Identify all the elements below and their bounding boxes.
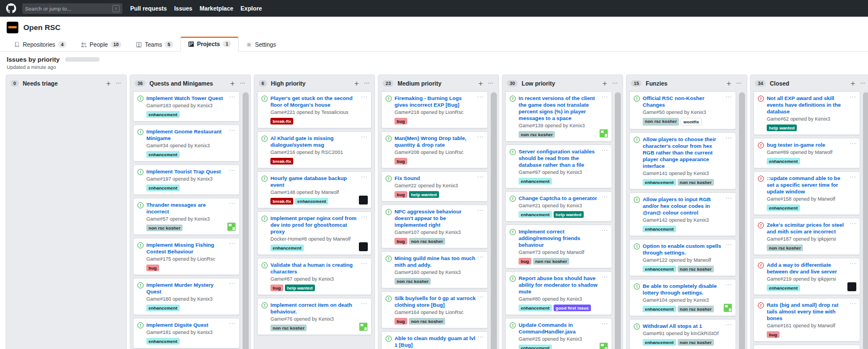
issue-label[interactable]: bug xyxy=(146,265,159,271)
tab-settings[interactable]: Settings xyxy=(239,38,283,52)
issue-title[interactable]: Implement correct adding/removing friend… xyxy=(519,228,608,248)
issue-card[interactable]: ! NPC aggressive behaviour doesn't appea… xyxy=(381,205,488,248)
issue-label[interactable]: bug xyxy=(767,331,780,338)
issue-label[interactable]: non rsc kosher xyxy=(409,238,445,245)
issue-title[interactable]: Able to clean muddy guam at lvl 1 [Bug] xyxy=(394,335,484,348)
column-menu-button[interactable]: ⋯ xyxy=(488,80,494,86)
card-menu-button[interactable]: ··· xyxy=(850,301,856,306)
issue-card[interactable]: ! Able to clean muddy guam at lvl 1 [Bug… xyxy=(381,331,488,349)
card-menu-button[interactable]: ··· xyxy=(726,195,732,201)
card-menu-button[interactable]: ··· xyxy=(229,321,236,326)
card-menu-button[interactable]: ··· xyxy=(726,282,732,287)
issue-card[interactable]: ! Players' names should be white, not ye… xyxy=(753,345,860,349)
issue-card[interactable]: ! Change Captcha to a generator Game#21 … xyxy=(505,191,612,222)
issue-label[interactable]: enhancement xyxy=(767,285,800,291)
tab-projects[interactable]: Projects 1 xyxy=(180,37,239,52)
issue-card[interactable]: ! Man(Men) Wrong Drop table, quantity & … xyxy=(381,131,488,168)
issue-card[interactable]: ! Add a way to differentiate between dev… xyxy=(753,258,860,295)
issue-title[interactable]: bug tester in-game role xyxy=(767,142,856,148)
assignee-avatar[interactable] xyxy=(359,196,368,205)
issue-label[interactable]: enhancement xyxy=(643,226,676,232)
issue-label[interactable]: non rsc kosher xyxy=(678,339,714,346)
card-menu-button[interactable]: ··· xyxy=(229,167,236,173)
column-menu-button[interactable]: ⋯ xyxy=(736,80,742,86)
assignee-avatar[interactable] xyxy=(359,242,368,251)
issue-title[interactable]: Not all EXP award and skill events have … xyxy=(767,95,856,115)
issue-card[interactable]: ! Al Kharid gate is missing dialogue/sys… xyxy=(257,131,372,168)
issue-label[interactable]: enhancement xyxy=(643,179,676,186)
issue-label[interactable]: wontfix xyxy=(680,118,702,126)
nav-explore[interactable]: Explore xyxy=(240,5,262,12)
card-menu-button[interactable]: ··· xyxy=(477,207,484,213)
column-menu-button[interactable]: ⋯ xyxy=(364,80,370,86)
issue-card[interactable]: ! Implement Gnome Restaurant Minigame Ga… xyxy=(133,124,240,162)
issue-label[interactable]: bug xyxy=(270,285,283,291)
card-menu-button[interactable]: ··· xyxy=(850,94,856,99)
nav-marketplace[interactable]: Marketplace xyxy=(200,5,234,12)
issue-label[interactable]: non rsc kosher xyxy=(678,266,714,272)
issue-title[interactable]: Server configuration variables should be… xyxy=(519,148,608,168)
issue-label[interactable]: non rsc kosher xyxy=(394,278,431,285)
issue-label[interactable]: enhancement xyxy=(146,111,180,118)
issue-title[interactable]: Zeke's scimitar prices for steel and mit… xyxy=(767,222,856,235)
card-menu-button[interactable]: ··· xyxy=(361,261,368,266)
issue-label[interactable]: non rsc kosher xyxy=(146,225,183,231)
issue-title[interactable]: Firemaking - Burning Logs gives incorrec… xyxy=(394,95,484,108)
issue-card[interactable]: ! Allow players to input RGB and/or hex … xyxy=(629,192,736,236)
issue-title[interactable]: Add a way to differentiate between dev a… xyxy=(767,262,856,275)
issue-title[interactable]: Implement proper nginx conf from dev int… xyxy=(270,215,367,235)
issue-card[interactable]: ! bug tester in-game role Game#89 opened… xyxy=(753,138,860,168)
issue-title[interactable]: Update Commands in CommandHandler.java xyxy=(519,322,608,335)
column-menu-button[interactable]: ⋯ xyxy=(612,80,618,86)
issue-label[interactable]: enhancement xyxy=(643,339,676,346)
issue-title[interactable]: Thrander messages are incorrect xyxy=(146,202,235,215)
issue-label[interactable]: enhancement xyxy=(270,245,304,251)
issue-label[interactable]: enhancement xyxy=(643,266,676,272)
issue-card[interactable]: ! Update Commands in CommandHandler.java… xyxy=(505,318,612,349)
tab-teams[interactable]: Teams 5 xyxy=(129,38,180,52)
issue-label[interactable]: help wanted xyxy=(767,124,797,131)
issue-label[interactable]: enhancement xyxy=(146,151,180,158)
issue-label[interactable]: help wanted xyxy=(554,211,584,218)
add-card-button[interactable]: + xyxy=(479,81,483,86)
card-menu-button[interactable]: ··· xyxy=(477,334,484,340)
github-logo-icon[interactable] xyxy=(6,3,16,13)
issue-title[interactable]: Mining guild mine has too much mith and … xyxy=(394,255,484,268)
issue-label[interactable]: non rsc kosher xyxy=(409,318,445,325)
issue-card[interactable]: ! Fix Sound Game#22 opened by Kenix3 bug… xyxy=(381,171,488,202)
issue-title[interactable]: Al Kharid gate is missing dialogue/syste… xyxy=(270,135,367,148)
card-menu-button[interactable]: ··· xyxy=(601,321,608,326)
issue-card[interactable]: ! Zeke's scimitar prices for steel and m… xyxy=(753,218,860,255)
assignee-avatar[interactable] xyxy=(723,303,732,312)
column-scrollbar-thumb[interactable] xyxy=(615,92,621,349)
issue-title[interactable]: Withdrawl All stops at 1 xyxy=(643,323,732,330)
issue-label[interactable]: bug xyxy=(394,238,407,245)
issue-label[interactable]: bug xyxy=(394,158,407,164)
issue-label[interactable]: enhancement xyxy=(519,211,552,218)
card-menu-button[interactable]: ··· xyxy=(601,94,608,99)
issue-label[interactable]: break-fix xyxy=(270,118,293,124)
issue-card[interactable]: ! Report abuse box should have ability f… xyxy=(505,271,612,315)
issue-label[interactable]: help wanted xyxy=(409,191,439,198)
issue-title[interactable]: In recent versions of the client the gam… xyxy=(519,95,608,122)
issue-label[interactable]: non rsc kosher xyxy=(519,131,555,138)
issue-title[interactable]: Option to enable custom spells through s… xyxy=(643,243,732,256)
search-input[interactable]: Search or jump to... / xyxy=(22,3,122,14)
add-card-button[interactable]: + xyxy=(106,81,111,86)
nav-pull-requests[interactable]: Pull requests xyxy=(130,5,167,12)
issue-label[interactable]: enhancement xyxy=(519,305,552,311)
card-menu-button[interactable]: ··· xyxy=(477,174,484,180)
issue-title[interactable]: Player's get stuck on the second floor o… xyxy=(270,95,367,108)
add-card-button[interactable]: + xyxy=(354,81,359,86)
card-menu-button[interactable]: ··· xyxy=(361,174,368,180)
issue-title[interactable]: Implement Missing Fishing Contest Behavi… xyxy=(146,242,235,255)
issue-label[interactable]: bug xyxy=(394,118,407,124)
column-scrollbar-thumb[interactable] xyxy=(863,92,868,349)
card-menu-button[interactable]: ··· xyxy=(361,134,368,139)
tab-people[interactable]: People 10 xyxy=(73,38,129,52)
project-title[interactable]: Issues by priority xyxy=(7,56,60,63)
column-scrollbar-thumb[interactable] xyxy=(739,92,745,349)
card-menu-button[interactable]: ··· xyxy=(477,294,484,300)
card-menu-button[interactable]: ··· xyxy=(726,322,732,327)
issue-card[interactable]: ! Implement Missing Fishing Contest Beha… xyxy=(133,238,240,275)
